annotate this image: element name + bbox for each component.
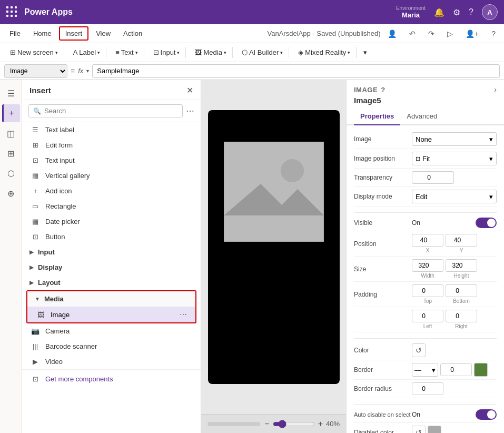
props-body: Image None ▾ Image position ⊡ Fit [347, 125, 504, 433]
list-item-image[interactable]: 🖼 Image ⋯ [27, 307, 195, 322]
prop-position: Position X Y [354, 231, 497, 257]
menu-insert[interactable]: Insert [59, 26, 89, 41]
tab-properties[interactable]: Properties [354, 108, 400, 125]
menu-file[interactable]: File [4, 27, 26, 40]
pos-x-input[interactable] [412, 234, 443, 247]
size-height-input[interactable] [446, 259, 477, 272]
input-section-label: Input [38, 248, 55, 256]
layout-section-chevron: ▶ [29, 280, 34, 286]
zoom-in-button[interactable]: + [318, 419, 323, 429]
text-icon: ≡ [115, 48, 120, 56]
settings-icon[interactable]: ⚙ [453, 7, 460, 17]
pad-bottom-input[interactable] [446, 284, 477, 297]
pos-y-input[interactable] [446, 234, 477, 247]
pad-right-input[interactable] [446, 310, 477, 322]
image-position-dropdown[interactable]: ⊡ Fit ▾ [412, 152, 497, 165]
search-box[interactable]: 🔍 [28, 104, 183, 117]
ai-builder-button[interactable]: ⬡ AI Builder ▾ [238, 47, 286, 58]
list-item-date-picker[interactable]: ▦ Date picker [22, 214, 201, 229]
search-input[interactable] [44, 107, 178, 115]
new-screen-button[interactable]: ⊞ New screen ▾ [6, 47, 62, 58]
section-media[interactable]: ▼ Media [27, 291, 195, 307]
zoom-percentage: 40% [326, 420, 340, 428]
text-button[interactable]: ≡ Text ▾ [112, 47, 141, 58]
list-item-rectangle[interactable]: ▭ Rectangle [22, 199, 201, 214]
image-dropdown[interactable]: None ▾ [412, 132, 497, 146]
camera-text: Camera [45, 327, 70, 335]
prop-disabled-color-value: ↺ [412, 426, 497, 433]
zoom-slider[interactable] [273, 420, 315, 428]
list-item-barcode[interactable]: ||| Barcode scanner [22, 339, 201, 354]
visible-toggle[interactable] [476, 218, 497, 228]
prop-color-value: ↺ [412, 343, 497, 357]
list-item-text-label[interactable]: ☰ Text label [22, 122, 201, 137]
mixed-reality-button[interactable]: ◈ Mixed Reality ▾ [294, 47, 354, 58]
undo-icon[interactable]: ↶ [405, 27, 420, 40]
canvas-scroll-bar[interactable] [207, 422, 260, 426]
display-mode-dropdown[interactable]: Edit ▾ [412, 190, 497, 203]
sidebar-connections-icon[interactable]: ⊕ [2, 184, 20, 202]
auto-disable-toggle[interactable] [476, 409, 497, 420]
list-item-button[interactable]: ⊡ Button [22, 229, 201, 244]
prop-transparency-label: Transparency [354, 174, 412, 181]
sidebar-insert-icon[interactable]: + [2, 104, 20, 122]
list-item-camera[interactable]: 📷 Camera [22, 323, 201, 339]
props-collapse-icon[interactable]: › [494, 85, 497, 94]
media-button[interactable]: 🖼 Media ▾ [191, 47, 230, 58]
color-picker-button[interactable]: ↺ [412, 343, 426, 357]
border-width-input[interactable] [440, 363, 472, 376]
redo-icon[interactable]: ↷ [424, 27, 439, 40]
input-button[interactable]: ⊡ Input ▾ [150, 47, 184, 58]
list-item-edit-form[interactable]: ⊞ Edit form [22, 137, 201, 153]
menu-action[interactable]: Action [118, 27, 147, 40]
size-width-input[interactable] [412, 259, 443, 272]
sidebar-layers-icon[interactable]: ◫ [2, 124, 20, 142]
transparency-input[interactable] [412, 171, 454, 184]
list-item-video[interactable]: ▶ Video [22, 354, 201, 369]
share-icon[interactable]: 👤+ [461, 27, 483, 40]
zoom-out-button[interactable]: − [264, 419, 269, 429]
play-icon[interactable]: ▷ [443, 27, 457, 40]
avatar[interactable]: A [482, 4, 498, 20]
sidebar-variables-icon[interactable]: ⬡ [2, 164, 20, 182]
person-icon[interactable]: 👤 [383, 27, 401, 40]
props-help-icon[interactable]: ? [381, 86, 385, 94]
sidebar-data-icon[interactable]: ⊞ [2, 144, 20, 162]
help-icon[interactable]: ? [469, 7, 473, 17]
section-display[interactable]: ▶ Display [22, 260, 201, 275]
border-radius-input[interactable] [412, 382, 443, 395]
get-more-components[interactable]: ⊡ Get more components [22, 369, 201, 387]
notifications-icon[interactable]: 🔔 [434, 7, 444, 17]
apps-grid-icon[interactable] [6, 6, 18, 18]
border-color-swatch[interactable] [474, 363, 488, 377]
list-item-text-input[interactable]: ⊡ Text input [22, 153, 201, 168]
menu-view[interactable]: View [91, 27, 116, 40]
menu-home[interactable]: Home [28, 27, 57, 40]
border-style-dropdown[interactable]: — ▾ [412, 363, 438, 377]
list-item-vertical-gallery[interactable]: ▦ Vertical gallery [22, 168, 201, 183]
image-icon: 🖼 [36, 311, 45, 319]
border-row: — ▾ [412, 363, 488, 377]
formula-input[interactable] [92, 64, 500, 78]
help2-icon[interactable]: ? [487, 27, 500, 40]
section-layout[interactable]: ▶ Layout [22, 275, 201, 290]
image-more-icon[interactable]: ⋯ [180, 310, 187, 319]
insert-more-icon[interactable]: ⋯ [186, 106, 194, 116]
section-input[interactable]: ▶ Input [22, 244, 201, 260]
element-selector[interactable]: Image [4, 64, 67, 78]
props-header: IMAGE ? › Image5 [347, 80, 504, 108]
sidebar-expand-icon[interactable]: ☰ [2, 84, 20, 102]
disabled-color-picker[interactable]: ↺ [412, 426, 426, 433]
insert-panel-close-button[interactable]: ✕ [186, 85, 193, 95]
size-height-field: Height [446, 259, 477, 279]
label-button[interactable]: A Label ▾ [70, 47, 104, 58]
list-item-add-icon[interactable]: + Add icon [22, 183, 201, 199]
more-toolbar-button[interactable]: ▾ [360, 47, 371, 58]
tab-advanced[interactable]: Advanced [400, 108, 443, 125]
barcode-icon: ||| [31, 342, 40, 350]
pad-left-input[interactable] [412, 310, 443, 322]
props-tabs: Properties Advanced [347, 108, 504, 125]
disabled-color-swatch[interactable] [428, 426, 441, 433]
image-item-label: Image [51, 311, 70, 319]
pad-top-input[interactable] [412, 284, 443, 297]
